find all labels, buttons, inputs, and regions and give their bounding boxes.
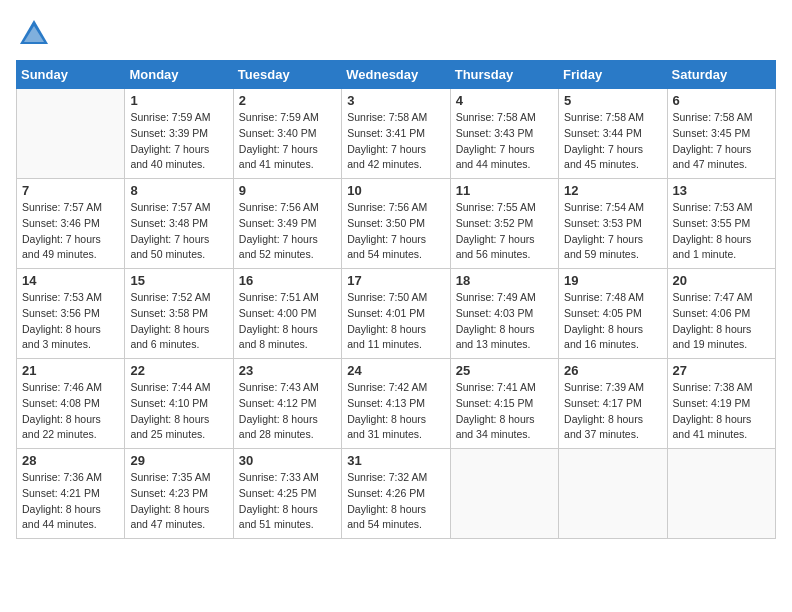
- day-info: Sunrise: 7:59 AMSunset: 3:40 PMDaylight:…: [239, 110, 336, 173]
- day-info: Sunrise: 7:57 AMSunset: 3:48 PMDaylight:…: [130, 200, 227, 263]
- day-number: 8: [130, 183, 227, 198]
- day-number: 11: [456, 183, 553, 198]
- day-number: 15: [130, 273, 227, 288]
- day-number: 27: [673, 363, 770, 378]
- day-cell: 16Sunrise: 7:51 AMSunset: 4:00 PMDayligh…: [233, 269, 341, 359]
- day-number: 19: [564, 273, 661, 288]
- day-cell: 18Sunrise: 7:49 AMSunset: 4:03 PMDayligh…: [450, 269, 558, 359]
- day-cell: [450, 449, 558, 539]
- day-info: Sunrise: 7:52 AMSunset: 3:58 PMDaylight:…: [130, 290, 227, 353]
- day-info: Sunrise: 7:56 AMSunset: 3:49 PMDaylight:…: [239, 200, 336, 263]
- day-cell: 20Sunrise: 7:47 AMSunset: 4:06 PMDayligh…: [667, 269, 775, 359]
- day-info: Sunrise: 7:35 AMSunset: 4:23 PMDaylight:…: [130, 470, 227, 533]
- day-cell: 4Sunrise: 7:58 AMSunset: 3:43 PMDaylight…: [450, 89, 558, 179]
- day-number: 29: [130, 453, 227, 468]
- day-cell: 26Sunrise: 7:39 AMSunset: 4:17 PMDayligh…: [559, 359, 667, 449]
- day-cell: 15Sunrise: 7:52 AMSunset: 3:58 PMDayligh…: [125, 269, 233, 359]
- day-number: 26: [564, 363, 661, 378]
- day-number: 23: [239, 363, 336, 378]
- day-cell: 12Sunrise: 7:54 AMSunset: 3:53 PMDayligh…: [559, 179, 667, 269]
- day-number: 4: [456, 93, 553, 108]
- day-number: 12: [564, 183, 661, 198]
- day-info: Sunrise: 7:59 AMSunset: 3:39 PMDaylight:…: [130, 110, 227, 173]
- day-cell: 3Sunrise: 7:58 AMSunset: 3:41 PMDaylight…: [342, 89, 450, 179]
- day-info: Sunrise: 7:58 AMSunset: 3:43 PMDaylight:…: [456, 110, 553, 173]
- col-header-wednesday: Wednesday: [342, 61, 450, 89]
- day-number: 31: [347, 453, 444, 468]
- day-number: 17: [347, 273, 444, 288]
- day-info: Sunrise: 7:58 AMSunset: 3:44 PMDaylight:…: [564, 110, 661, 173]
- day-cell: 17Sunrise: 7:50 AMSunset: 4:01 PMDayligh…: [342, 269, 450, 359]
- day-number: 16: [239, 273, 336, 288]
- day-info: Sunrise: 7:54 AMSunset: 3:53 PMDaylight:…: [564, 200, 661, 263]
- day-cell: 23Sunrise: 7:43 AMSunset: 4:12 PMDayligh…: [233, 359, 341, 449]
- day-cell: 6Sunrise: 7:58 AMSunset: 3:45 PMDaylight…: [667, 89, 775, 179]
- day-info: Sunrise: 7:43 AMSunset: 4:12 PMDaylight:…: [239, 380, 336, 443]
- col-header-friday: Friday: [559, 61, 667, 89]
- day-number: 10: [347, 183, 444, 198]
- day-cell: [667, 449, 775, 539]
- day-number: 25: [456, 363, 553, 378]
- day-cell: 11Sunrise: 7:55 AMSunset: 3:52 PMDayligh…: [450, 179, 558, 269]
- day-info: Sunrise: 7:57 AMSunset: 3:46 PMDaylight:…: [22, 200, 119, 263]
- day-info: Sunrise: 7:32 AMSunset: 4:26 PMDaylight:…: [347, 470, 444, 533]
- day-info: Sunrise: 7:38 AMSunset: 4:19 PMDaylight:…: [673, 380, 770, 443]
- day-info: Sunrise: 7:39 AMSunset: 4:17 PMDaylight:…: [564, 380, 661, 443]
- col-header-sunday: Sunday: [17, 61, 125, 89]
- calendar-header-row: SundayMondayTuesdayWednesdayThursdayFrid…: [17, 61, 776, 89]
- day-number: 3: [347, 93, 444, 108]
- day-number: 22: [130, 363, 227, 378]
- day-cell: 24Sunrise: 7:42 AMSunset: 4:13 PMDayligh…: [342, 359, 450, 449]
- day-cell: [17, 89, 125, 179]
- day-info: Sunrise: 7:47 AMSunset: 4:06 PMDaylight:…: [673, 290, 770, 353]
- day-number: 6: [673, 93, 770, 108]
- day-info: Sunrise: 7:42 AMSunset: 4:13 PMDaylight:…: [347, 380, 444, 443]
- day-cell: 14Sunrise: 7:53 AMSunset: 3:56 PMDayligh…: [17, 269, 125, 359]
- day-info: Sunrise: 7:58 AMSunset: 3:41 PMDaylight:…: [347, 110, 444, 173]
- day-info: Sunrise: 7:58 AMSunset: 3:45 PMDaylight:…: [673, 110, 770, 173]
- day-info: Sunrise: 7:53 AMSunset: 3:55 PMDaylight:…: [673, 200, 770, 263]
- col-header-monday: Monday: [125, 61, 233, 89]
- day-info: Sunrise: 7:55 AMSunset: 3:52 PMDaylight:…: [456, 200, 553, 263]
- day-cell: 27Sunrise: 7:38 AMSunset: 4:19 PMDayligh…: [667, 359, 775, 449]
- day-number: 21: [22, 363, 119, 378]
- day-info: Sunrise: 7:53 AMSunset: 3:56 PMDaylight:…: [22, 290, 119, 353]
- day-info: Sunrise: 7:56 AMSunset: 3:50 PMDaylight:…: [347, 200, 444, 263]
- day-number: 28: [22, 453, 119, 468]
- day-info: Sunrise: 7:44 AMSunset: 4:10 PMDaylight:…: [130, 380, 227, 443]
- day-number: 7: [22, 183, 119, 198]
- day-cell: 2Sunrise: 7:59 AMSunset: 3:40 PMDaylight…: [233, 89, 341, 179]
- day-cell: 5Sunrise: 7:58 AMSunset: 3:44 PMDaylight…: [559, 89, 667, 179]
- day-cell: 10Sunrise: 7:56 AMSunset: 3:50 PMDayligh…: [342, 179, 450, 269]
- day-cell: 30Sunrise: 7:33 AMSunset: 4:25 PMDayligh…: [233, 449, 341, 539]
- day-number: 5: [564, 93, 661, 108]
- day-cell: 21Sunrise: 7:46 AMSunset: 4:08 PMDayligh…: [17, 359, 125, 449]
- day-cell: 29Sunrise: 7:35 AMSunset: 4:23 PMDayligh…: [125, 449, 233, 539]
- week-row-3: 14Sunrise: 7:53 AMSunset: 3:56 PMDayligh…: [17, 269, 776, 359]
- day-cell: 25Sunrise: 7:41 AMSunset: 4:15 PMDayligh…: [450, 359, 558, 449]
- col-header-thursday: Thursday: [450, 61, 558, 89]
- day-number: 13: [673, 183, 770, 198]
- day-cell: 13Sunrise: 7:53 AMSunset: 3:55 PMDayligh…: [667, 179, 775, 269]
- day-number: 1: [130, 93, 227, 108]
- day-number: 14: [22, 273, 119, 288]
- day-info: Sunrise: 7:46 AMSunset: 4:08 PMDaylight:…: [22, 380, 119, 443]
- calendar-table: SundayMondayTuesdayWednesdayThursdayFrid…: [16, 60, 776, 539]
- day-cell: [559, 449, 667, 539]
- day-cell: 1Sunrise: 7:59 AMSunset: 3:39 PMDaylight…: [125, 89, 233, 179]
- day-cell: 28Sunrise: 7:36 AMSunset: 4:21 PMDayligh…: [17, 449, 125, 539]
- col-header-tuesday: Tuesday: [233, 61, 341, 89]
- day-info: Sunrise: 7:48 AMSunset: 4:05 PMDaylight:…: [564, 290, 661, 353]
- day-number: 24: [347, 363, 444, 378]
- day-cell: 9Sunrise: 7:56 AMSunset: 3:49 PMDaylight…: [233, 179, 341, 269]
- week-row-5: 28Sunrise: 7:36 AMSunset: 4:21 PMDayligh…: [17, 449, 776, 539]
- day-cell: 8Sunrise: 7:57 AMSunset: 3:48 PMDaylight…: [125, 179, 233, 269]
- day-info: Sunrise: 7:51 AMSunset: 4:00 PMDaylight:…: [239, 290, 336, 353]
- day-info: Sunrise: 7:41 AMSunset: 4:15 PMDaylight:…: [456, 380, 553, 443]
- week-row-4: 21Sunrise: 7:46 AMSunset: 4:08 PMDayligh…: [17, 359, 776, 449]
- day-info: Sunrise: 7:49 AMSunset: 4:03 PMDaylight:…: [456, 290, 553, 353]
- col-header-saturday: Saturday: [667, 61, 775, 89]
- day-cell: 22Sunrise: 7:44 AMSunset: 4:10 PMDayligh…: [125, 359, 233, 449]
- day-number: 20: [673, 273, 770, 288]
- logo-icon: [16, 16, 52, 52]
